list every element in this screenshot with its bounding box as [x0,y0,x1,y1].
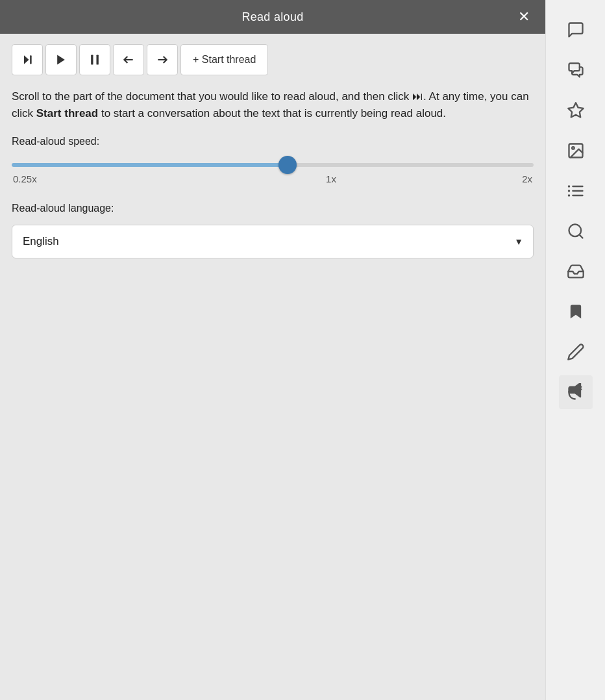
toolbar: + Start thread [0,34,545,86]
svg-marker-6 [568,103,583,117]
sidebar-inbox-icon[interactable] [559,255,593,288]
svg-line-16 [579,234,582,238]
speed-current-label: 1x [45,173,513,184]
sidebar-discussion-icon[interactable] [559,53,593,87]
speed-max-label: 2x [513,173,532,184]
main-panel: Read aloud ✕ [0,0,545,700]
sidebar-comment-icon[interactable] [559,13,593,47]
svg-rect-0 [30,55,31,64]
svg-marker-1 [57,55,65,65]
sidebar-search-icon[interactable] [559,214,593,248]
sidebar [545,0,605,700]
svg-rect-2 [91,55,93,65]
speed-label: Read-aloud speed: [12,136,534,147]
forward-button[interactable] [147,44,178,75]
description-text: Scroll to the part of the document that … [0,86,545,136]
sidebar-list-icon[interactable] [559,174,593,208]
back-button[interactable] [113,44,144,75]
start-thread-button[interactable]: + Start thread [180,44,268,75]
sidebar-pencil-icon[interactable] [559,335,593,369]
language-label: Read-aloud language: [12,203,534,214]
speed-min-label: 0.25x [13,173,45,184]
play-button[interactable] [45,44,77,75]
skip-button[interactable] [12,44,43,75]
title-bar: Read aloud ✕ [0,0,545,34]
pause-button[interactable] [79,44,110,75]
language-select[interactable]: English Spanish French German Italian Po… [12,225,534,258]
start-thread-bold: Start thread [36,107,98,119]
sidebar-star-icon[interactable] [559,94,593,127]
dialog-title: Read aloud [241,10,303,24]
desc-part3: to start a conversation about the text t… [98,107,446,119]
speed-labels: 0.25x 1x 2x [12,173,534,184]
sidebar-bookmark-icon[interactable] [559,295,593,329]
sidebar-image-icon[interactable] [559,134,593,168]
svg-rect-3 [97,55,99,65]
speed-section: Read-aloud speed: 0.25x 1x 2x [0,136,545,190]
language-select-wrapper: English Spanish French German Italian Po… [12,225,534,258]
start-thread-label: + Start thread [193,54,256,66]
language-section: Read-aloud language: English Spanish Fre… [0,190,545,258]
desc-part1: Scroll to the part of the document that … [12,90,412,103]
close-button[interactable]: ✕ [513,7,535,27]
svg-point-8 [572,147,574,149]
sidebar-megaphone-icon[interactable] [559,375,593,409]
skip-symbol-inline: ⏭ [412,90,423,103]
speed-slider[interactable] [12,163,534,167]
